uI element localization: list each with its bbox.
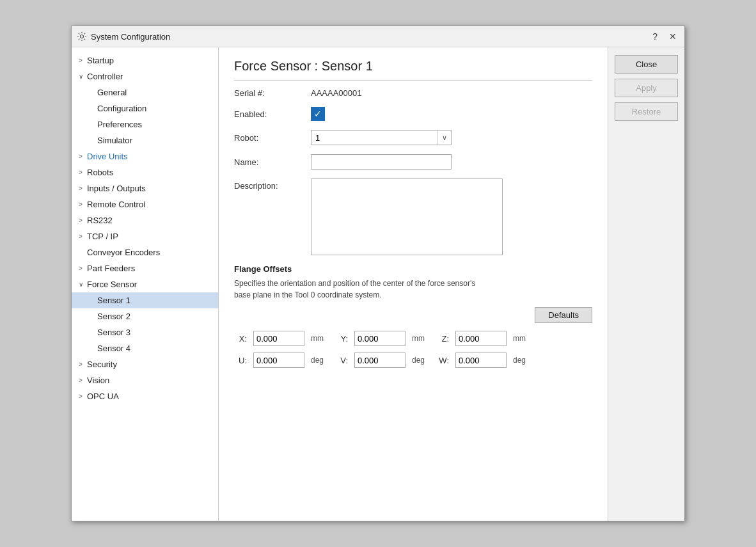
v-unit: deg xyxy=(412,356,430,365)
y-label: Y: xyxy=(335,334,348,344)
checkbox-check: ✓ xyxy=(314,109,322,118)
expander-rs232[interactable]: > xyxy=(75,217,86,224)
sidebar-item-general[interactable]: General xyxy=(72,84,218,100)
apply-button[interactable]: Apply xyxy=(615,79,678,97)
y-unit: mm xyxy=(412,334,430,343)
expander-remote-control[interactable]: > xyxy=(75,201,86,208)
sidebar-label-rs232: RS232 xyxy=(86,216,113,225)
expander-inputs-outputs[interactable]: > xyxy=(75,185,86,192)
window-close-button[interactable]: ✕ xyxy=(666,30,679,43)
z-input[interactable] xyxy=(455,331,507,346)
sidebar-item-simulator[interactable]: Simulator xyxy=(72,132,218,148)
w-label: W: xyxy=(436,356,449,365)
title-bar-left: System Configuration xyxy=(77,31,170,42)
close-button[interactable]: Close xyxy=(615,55,678,74)
expander-part-feeders[interactable]: > xyxy=(75,265,86,272)
sidebar-item-vision[interactable]: >Vision xyxy=(72,372,218,388)
sidebar-item-part-feeders[interactable]: >Part Feeders xyxy=(72,260,218,276)
name-label: Name: xyxy=(234,157,311,167)
expander-security[interactable]: > xyxy=(75,361,86,368)
expander-drive-units[interactable]: > xyxy=(75,153,86,160)
expander-startup[interactable]: > xyxy=(75,57,86,64)
sidebar-item-controller[interactable]: ∨Controller xyxy=(72,68,218,84)
chevron-down-icon: ∨ xyxy=(437,131,451,145)
expander-controller[interactable]: ∨ xyxy=(75,73,86,80)
right-panel: Close Apply Restore xyxy=(608,47,684,521)
defaults-row: Defaults xyxy=(234,307,592,323)
sidebar-label-tcp-ip: TCP / IP xyxy=(86,232,118,241)
sidebar-item-sensor-4[interactable]: Sensor 4 xyxy=(72,340,218,356)
sidebar-item-sensor-3[interactable]: Sensor 3 xyxy=(72,324,218,340)
title-bar-right: ? ✕ xyxy=(650,30,679,43)
enabled-label: Enabled: xyxy=(234,109,311,119)
w-input[interactable] xyxy=(455,353,507,368)
system-config-window: System Configuration ? ✕ >Startup∨Contro… xyxy=(71,26,685,521)
xyz-row: X: mm Y: mm Z: mm xyxy=(234,331,592,346)
gear-icon xyxy=(77,31,87,42)
sidebar-label-sensor-1: Sensor 1 xyxy=(96,296,130,305)
name-row: Name: xyxy=(234,154,592,170)
flange-title: Flange Offsets xyxy=(234,264,592,274)
expander-tcp-ip[interactable]: > xyxy=(75,233,86,240)
sidebar: >Startup∨ControllerGeneralConfigurationP… xyxy=(72,47,219,521)
u-input[interactable] xyxy=(253,353,304,368)
serial-value: AAAAA00001 xyxy=(311,88,362,98)
sidebar-item-tcp-ip[interactable]: >TCP / IP xyxy=(72,228,218,244)
enabled-checkbox[interactable]: ✓ xyxy=(311,107,325,121)
sidebar-label-startup: Startup xyxy=(86,56,114,65)
description-label: Description: xyxy=(234,178,311,191)
window-title: System Configuration xyxy=(91,32,170,42)
sidebar-label-force-sensor: Force Sensor xyxy=(86,280,137,289)
sidebar-label-robots: Robots xyxy=(86,168,113,177)
sidebar-item-sensor-2[interactable]: Sensor 2 xyxy=(72,308,218,324)
sidebar-item-drive-units[interactable]: >Drive Units xyxy=(72,148,218,164)
sidebar-label-conveyor-encoders: Conveyor Encoders xyxy=(86,248,160,257)
robot-dropdown-value: 1 xyxy=(311,132,437,144)
sidebar-item-configuration[interactable]: Configuration xyxy=(72,100,218,116)
u-label: U: xyxy=(234,356,247,365)
sidebar-item-inputs-outputs[interactable]: >Inputs / Outputs xyxy=(72,180,218,196)
sidebar-item-preferences[interactable]: Preferences xyxy=(72,116,218,132)
flange-desc: Specifies the orientation and position o… xyxy=(234,278,592,301)
serial-row: Serial #: AAAAA00001 xyxy=(234,88,592,98)
robot-dropdown[interactable]: 1 ∨ xyxy=(311,130,452,145)
sidebar-item-robots[interactable]: >Robots xyxy=(72,164,218,180)
w-unit: deg xyxy=(513,356,531,365)
u-unit: deg xyxy=(311,356,329,365)
sidebar-item-force-sensor[interactable]: ∨Force Sensor xyxy=(72,276,218,292)
expander-force-sensor[interactable]: ∨ xyxy=(75,281,86,288)
x-label: X: xyxy=(234,334,247,344)
sidebar-item-sensor-1[interactable]: Sensor 1 xyxy=(72,292,218,308)
sidebar-label-simulator: Simulator xyxy=(96,136,132,145)
expander-robots[interactable]: > xyxy=(75,169,86,176)
v-input[interactable] xyxy=(354,353,406,368)
z-unit: mm xyxy=(513,334,531,343)
sidebar-item-startup[interactable]: >Startup xyxy=(72,52,218,68)
z-label: Z: xyxy=(436,334,449,344)
sidebar-item-rs232[interactable]: >RS232 xyxy=(72,212,218,228)
sidebar-label-controller: Controller xyxy=(86,72,123,81)
v-label: V: xyxy=(335,356,348,365)
name-input[interactable] xyxy=(311,154,452,170)
help-button[interactable]: ? xyxy=(650,30,660,43)
defaults-button[interactable]: Defaults xyxy=(535,307,592,323)
expander-vision[interactable]: > xyxy=(75,377,86,384)
sidebar-label-part-feeders: Part Feeders xyxy=(86,264,135,273)
sidebar-label-security: Security xyxy=(86,360,117,369)
sidebar-item-security[interactable]: >Security xyxy=(72,356,218,372)
sidebar-item-opc-ua[interactable]: >OPC UA xyxy=(72,388,218,404)
sidebar-item-remote-control[interactable]: >Remote Control xyxy=(72,196,218,212)
y-input[interactable] xyxy=(354,331,406,346)
restore-button[interactable]: Restore xyxy=(615,102,678,121)
uvw-row: U: deg V: deg W: deg xyxy=(234,353,592,368)
expander-opc-ua[interactable]: > xyxy=(75,393,86,400)
sidebar-label-vision: Vision xyxy=(86,376,109,385)
description-textarea[interactable] xyxy=(311,178,503,255)
x-unit: mm xyxy=(311,334,329,343)
robot-label: Robot: xyxy=(234,133,311,143)
sidebar-label-sensor-2: Sensor 2 xyxy=(96,312,130,321)
x-input[interactable] xyxy=(253,331,304,346)
sidebar-item-conveyor-encoders[interactable]: Conveyor Encoders xyxy=(72,244,218,260)
serial-label: Serial #: xyxy=(234,88,311,98)
sidebar-label-configuration: Configuration xyxy=(96,104,146,113)
